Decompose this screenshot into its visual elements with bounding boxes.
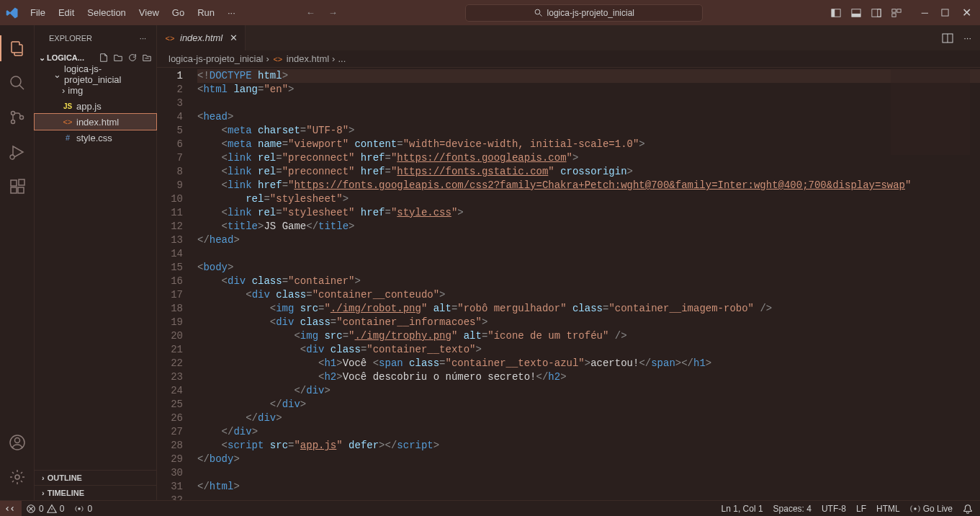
menu-file[interactable]: File [24, 4, 51, 21]
code-editor[interactable]: 1234567891011121314151617181920212223242… [157, 68, 980, 500]
tab-label: index.html [180, 32, 222, 43]
svg-rect-7 [878, 9, 881, 17]
folder-header[interactable]: ⌄ LOGICA... [35, 50, 156, 65]
titlebar: File Edit Selection View Go Run ··· ← → … [0, 0, 980, 25]
svg-rect-9 [897, 9, 901, 12]
line-numbers: 1234567891011121314151617181920212223242… [157, 68, 197, 500]
svg-rect-18 [11, 180, 17, 186]
search-icon [534, 9, 543, 17]
svg-line-1 [539, 14, 541, 16]
editor-area: <> index.html ✕ ··· logica-js-projeto_in… [157, 25, 980, 500]
minimize-icon[interactable]: ─ [919, 4, 931, 21]
svg-point-17 [10, 155, 14, 159]
command-center[interactable]: logica-js-projeto_inicial [465, 4, 703, 22]
svg-point-23 [14, 438, 19, 443]
source-control-icon[interactable] [0, 100, 35, 135]
outline-section[interactable]: › OUTLINE [35, 470, 156, 485]
new-file-icon[interactable] [99, 53, 109, 63]
layout-secondary-icon[interactable] [871, 8, 881, 18]
svg-point-30 [78, 507, 81, 510]
folder-name: LOGICA... [47, 53, 84, 62]
tree-file-stylecss[interactable]: # style.css [35, 130, 156, 146]
breadcrumb-item[interactable]: logica-js-projeto_inicial [168, 53, 264, 64]
sidebar-more-icon[interactable]: ··· [140, 34, 146, 43]
menu-go[interactable]: Go [166, 4, 190, 21]
css-file-icon: # [62, 133, 73, 142]
radio-icon [74, 504, 84, 514]
nav-forward-icon[interactable]: → [328, 7, 338, 18]
status-lncol[interactable]: Ln 1, Col 1 [721, 504, 763, 514]
html-file-icon: <> [164, 34, 176, 43]
split-editor-icon[interactable] [942, 32, 953, 44]
menu-view[interactable]: View [133, 4, 165, 21]
tree-item-label: index.html [76, 117, 119, 128]
breadcrumb-item[interactable]: index.html [287, 53, 329, 64]
accounts-icon[interactable] [0, 425, 35, 460]
code-content[interactable]: <!DOCTYPE html><html lang="en"> <head> <… [197, 68, 980, 500]
status-eol[interactable]: LF [856, 504, 866, 514]
tree-file-indexhtml[interactable]: <> index.html [35, 114, 156, 130]
remote-indicator[interactable] [0, 501, 22, 517]
tree-root[interactable]: ⌄ logica-js-projeto_inicial [35, 66, 156, 82]
svg-rect-10 [892, 13, 896, 16]
status-spaces[interactable]: Spaces: 4 [773, 504, 812, 514]
tree-file-appjs[interactable]: JS app.js [35, 98, 156, 114]
status-lang[interactable]: HTML [876, 504, 900, 514]
svg-point-12 [11, 76, 21, 86]
menu-selection[interactable]: Selection [81, 4, 131, 21]
minimap[interactable] [891, 68, 970, 155]
chevron-down-icon: ⌄ [39, 53, 45, 63]
sidebar: EXPLORER ··· ⌄ LOGICA... ⌄ logica-js-pro… [35, 25, 157, 500]
customize-layout-icon[interactable] [891, 8, 902, 18]
tab-indexhtml[interactable]: <> index.html ✕ [157, 25, 246, 50]
refresh-icon[interactable] [127, 53, 138, 63]
svg-point-24 [15, 475, 19, 479]
settings-icon[interactable] [0, 460, 35, 494]
search-icon[interactable] [0, 66, 35, 100]
tree-root-label: logica-js-projeto_inicial [64, 63, 156, 85]
svg-point-16 [19, 116, 23, 120]
svg-rect-8 [892, 9, 896, 12]
svg-rect-3 [832, 9, 835, 17]
bell-icon[interactable] [963, 504, 973, 514]
svg-point-14 [11, 112, 14, 115]
warning-icon [47, 504, 57, 514]
close-icon[interactable]: ✕ [230, 32, 238, 43]
chevron-right-icon: › [42, 489, 45, 497]
status-problems[interactable]: 0 0 [26, 504, 64, 514]
svg-rect-11 [942, 9, 948, 16]
js-file-icon: JS [62, 102, 73, 110]
tree-item-label: app.js [76, 101, 102, 112]
timeline-section[interactable]: › TIMELINE [35, 485, 156, 500]
collapse-icon[interactable] [142, 53, 152, 63]
layout-panel-icon[interactable] [851, 8, 861, 18]
menu-more[interactable]: ··· [222, 4, 241, 21]
new-folder-icon[interactable] [113, 53, 123, 63]
nav-arrows: ← → [306, 7, 338, 18]
svg-rect-5 [852, 13, 860, 16]
activity-bar [0, 25, 35, 500]
main-menu: File Edit Selection View Go Run ··· [24, 4, 241, 21]
svg-rect-21 [19, 179, 24, 185]
maximize-icon[interactable] [941, 9, 949, 17]
status-ports[interactable]: 0 [74, 504, 92, 514]
nav-back-icon[interactable]: ← [306, 7, 315, 18]
breadcrumb-item[interactable]: ... [338, 53, 346, 64]
close-icon[interactable]: ✕ [959, 3, 974, 22]
extensions-icon[interactable] [0, 169, 35, 204]
html-file-icon: <> [62, 117, 73, 126]
svg-rect-19 [11, 187, 17, 193]
chevron-right-icon: › [42, 473, 45, 482]
layout-primary-icon[interactable] [831, 8, 841, 18]
status-encoding[interactable]: UTF-8 [822, 504, 846, 514]
status-golive[interactable]: Go Live [910, 504, 953, 514]
menu-edit[interactable]: Edit [53, 4, 80, 21]
error-icon [26, 504, 36, 514]
html-file-icon: <> [272, 55, 284, 63]
breadcrumbs[interactable]: logica-js-projeto_inicial › <> index.htm… [157, 50, 980, 68]
menu-run[interactable]: Run [192, 4, 220, 21]
search-title: logica-js-projeto_inicial [547, 8, 634, 18]
explorer-icon[interactable] [0, 31, 35, 66]
run-debug-icon[interactable] [0, 135, 35, 169]
more-actions-icon[interactable]: ··· [963, 32, 971, 43]
